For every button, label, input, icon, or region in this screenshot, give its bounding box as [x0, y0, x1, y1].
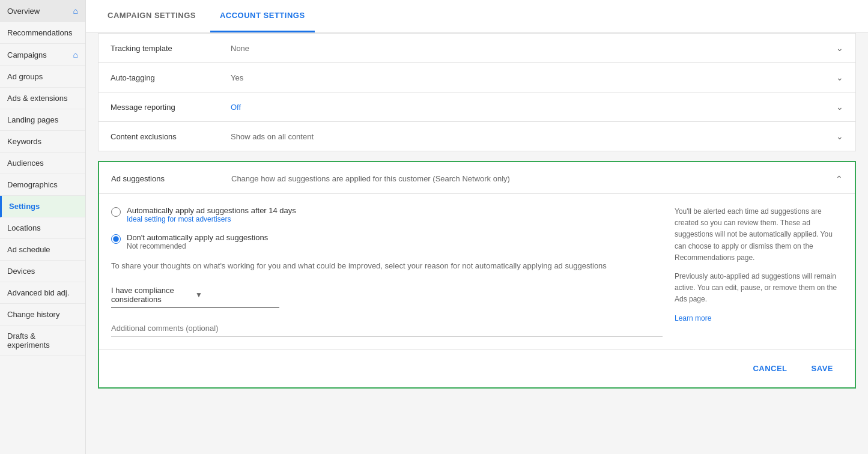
sidebar-item-label-devices: Devices [7, 267, 35, 276]
sidebar-item-ads-extensions[interactable]: Ads & extensions [0, 88, 85, 109]
save-button[interactable]: SAVE [802, 359, 843, 378]
sidebar-item-label-demographics: Demographics [7, 180, 58, 189]
cancel-button[interactable]: CANCEL [743, 359, 797, 378]
sidebar-item-devices[interactable]: Devices [0, 261, 85, 282]
chevron-down-icon: ⌄ [836, 73, 843, 82]
settings-row-auto-tagging[interactable]: Auto-taggingYes⌄ [99, 63, 855, 92]
share-thoughts-text: To share your thoughts on what's working… [111, 260, 663, 273]
sidebar-item-campaigns[interactable]: Campaigns⌂ [0, 44, 85, 66]
chevron-down-icon: ⌄ [836, 132, 843, 141]
radio-manual-label: Don't automatically apply ad suggestions [127, 233, 268, 242]
sidebar-item-label-ad-schedule: Ad schedule [7, 245, 50, 254]
tabs-bar: CAMPAIGN SETTINGSACCOUNT SETTINGS [86, 0, 868, 33]
sidebar-item-demographics[interactable]: Demographics [0, 174, 85, 196]
learn-more-link[interactable]: Learn more [675, 314, 711, 322]
sidebar-item-label-audiences: Audiences [7, 159, 44, 168]
radio-auto-labels: Automatically apply ad suggestions after… [127, 206, 296, 223]
settings-row-message-reporting[interactable]: Message reportingOff⌄ [99, 92, 855, 122]
tab-campaign-settings[interactable]: CAMPAIGN SETTINGS [98, 0, 205, 32]
radio-auto-label: Automatically apply ad suggestions after… [127, 206, 296, 215]
settings-row-content-exclusions[interactable]: Content exclusionsShow ads on all conten… [99, 122, 855, 151]
dropdown-arrow-icon: ▼ [195, 291, 279, 299]
sidebar-item-label-overview: Overview [7, 7, 40, 16]
ad-suggestions-footer: CANCEL SAVE [99, 349, 855, 387]
sidebar-item-advanced-bid[interactable]: Advanced bid adj. [0, 282, 85, 304]
sidebar-item-keywords[interactable]: Keywords [0, 131, 85, 153]
sidebar-item-label-ad-groups: Ad groups [7, 72, 43, 81]
right-text-1: You'll be alerted each time ad suggestio… [675, 206, 843, 264]
radio-manual-labels: Don't automatically apply ad suggestions… [127, 233, 268, 250]
additional-comments-input[interactable] [111, 320, 663, 337]
settings-card: Tracking templateNone⌄Auto-taggingYes⌄Me… [98, 33, 856, 151]
ad-suggestions-header: Ad suggestions Change how ad suggestions… [99, 162, 855, 194]
ad-suggestions-left: Automatically apply ad suggestions after… [111, 206, 663, 337]
chevron-up-icon: ⌃ [836, 174, 843, 184]
tab-account-settings[interactable]: ACCOUNT SETTINGS [210, 0, 315, 32]
main-content: CAMPAIGN SETTINGSACCOUNT SETTINGS Tracki… [86, 0, 868, 454]
settings-value-auto-tagging: Yes [231, 73, 836, 82]
sidebar-item-label-campaigns: Campaigns [7, 50, 47, 59]
sidebar-item-locations[interactable]: Locations [0, 217, 85, 239]
sidebar-item-landing-pages[interactable]: Landing pages [0, 109, 85, 131]
settings-label-content-exclusions: Content exclusions [111, 132, 231, 141]
sidebar-item-label-keywords: Keywords [7, 137, 41, 146]
sidebar-item-label-settings: Settings [9, 202, 40, 211]
sidebar-item-label-advanced-bid: Advanced bid adj. [7, 288, 69, 297]
chevron-down-icon: ⌄ [836, 102, 843, 112]
ad-suggestions-card: Ad suggestions Change how ad suggestions… [98, 161, 856, 389]
radio-option-auto[interactable]: Automatically apply ad suggestions after… [111, 206, 663, 223]
compliance-dropdown-label: I have compliance considerations [111, 286, 195, 304]
content-area: Tracking templateNone⌄Auto-taggingYes⌄Me… [86, 33, 868, 454]
ad-suggestions-subtitle: Change how ad suggestions are applied fo… [231, 174, 836, 183]
sidebar-item-label-locations: Locations [7, 223, 41, 232]
sidebar-item-recommendations[interactable]: Recommendations [0, 22, 85, 44]
sidebar: Overview⌂RecommendationsCampaigns⌂Ad gro… [0, 0, 86, 454]
sidebar-item-label-landing-pages: Landing pages [7, 115, 58, 124]
right-text-2: Previously auto-applied ad suggestions w… [675, 271, 843, 306]
settings-value-content-exclusions: Show ads on all content [231, 132, 836, 141]
sidebar-item-overview[interactable]: Overview⌂ [0, 0, 85, 22]
ad-suggestions-right: You'll be alerted each time ad suggestio… [675, 206, 843, 337]
settings-row-tracking-template[interactable]: Tracking templateNone⌄ [99, 34, 855, 63]
settings-label-message-reporting: Message reporting [111, 103, 231, 112]
sidebar-item-ad-groups[interactable]: Ad groups [0, 66, 85, 88]
settings-label-tracking-template: Tracking template [111, 44, 231, 53]
radio-manual-input[interactable] [111, 234, 121, 244]
sidebar-item-label-ads-extensions: Ads & extensions [7, 94, 67, 103]
settings-value-tracking-template: None [231, 44, 836, 53]
radio-auto-sublabel: Ideal setting for most advertisers [127, 215, 296, 223]
sidebar-item-label-drafts-experiments: Drafts & experiments [7, 331, 78, 350]
sidebar-item-label-recommendations: Recommendations [7, 28, 72, 37]
home-icon: ⌂ [73, 6, 78, 16]
sidebar-item-ad-schedule[interactable]: Ad schedule [0, 239, 85, 261]
radio-option-manual[interactable]: Don't automatically apply ad suggestions… [111, 233, 663, 250]
compliance-dropdown[interactable]: I have compliance considerations ▼ [111, 282, 279, 308]
sidebar-item-drafts-experiments[interactable]: Drafts & experiments [0, 325, 85, 356]
home-icon: ⌂ [73, 50, 78, 59]
ad-suggestions-body: Automatically apply ad suggestions after… [99, 194, 855, 349]
sidebar-item-change-history[interactable]: Change history [0, 304, 85, 325]
sidebar-item-settings[interactable]: Settings [0, 196, 85, 217]
ad-suggestions-title: Ad suggestions [111, 174, 231, 183]
sidebar-item-audiences[interactable]: Audiences [0, 153, 85, 174]
radio-auto-input[interactable] [111, 207, 121, 217]
radio-manual-sublabel: Not recommended [127, 242, 268, 250]
settings-value-message-reporting: Off [231, 103, 836, 112]
sidebar-item-label-change-history: Change history [7, 310, 59, 319]
settings-label-auto-tagging: Auto-tagging [111, 73, 231, 82]
chevron-down-icon: ⌄ [836, 43, 843, 53]
